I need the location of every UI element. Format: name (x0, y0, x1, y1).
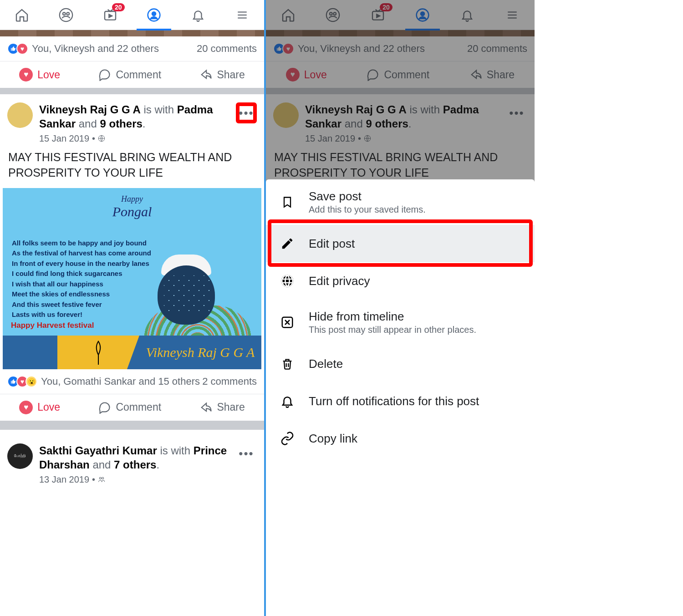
menu-save-sub: Add this to your saved items. (309, 204, 426, 215)
tab-menu[interactable] (229, 6, 255, 24)
share-label: Share (217, 401, 245, 413)
svg-point-2 (66, 12, 69, 15)
menu-edit-title: Edit post (309, 237, 355, 251)
menu-hide-timeline[interactable]: Hide from timeline This post may still a… (266, 300, 535, 345)
prev-comments-count[interactable]: 20 comments (197, 43, 257, 55)
love-icon: ♥ (16, 43, 28, 55)
tab-notifications[interactable] (185, 6, 211, 24)
menu-copy-title: Copy link (309, 432, 357, 446)
post1-actions: ♥ Love Comment Share (0, 394, 264, 421)
svg-point-0 (60, 8, 72, 21)
left-screenshot: 20 ♥ You, Vikneysh and 22 (0, 0, 266, 616)
globe-icon (279, 272, 296, 290)
post-options-sheet: Save post Add this to your saved items. … (266, 179, 535, 616)
post1-comment-count[interactable]: 2 comments (202, 376, 257, 387)
trash-icon (279, 355, 296, 372)
post1-reactions[interactable]: ♥ 😮 You, Gomathi Sankar and 15 others 2 … (0, 369, 264, 394)
tab-groups[interactable] (53, 6, 79, 24)
x-box-icon (279, 314, 296, 331)
share-icon (199, 68, 212, 81)
heart-icon: ♥ (19, 68, 33, 81)
pongal-pot (152, 243, 220, 325)
link-icon (279, 430, 296, 447)
watch-badge: 20 (112, 3, 125, 11)
bell-icon (279, 392, 296, 410)
right-screenshot: 20 ♥ You, Vikneysh and 22 others 20 comm… (266, 0, 535, 616)
menu-save-title: Save post (309, 189, 426, 204)
post1-date: 15 Jan 2019 (39, 132, 89, 144)
tab-watch[interactable]: 20 (97, 6, 123, 24)
pen-logo (57, 336, 139, 369)
share-button[interactable]: Share (199, 401, 245, 414)
image-title-small: Happy (3, 194, 261, 204)
prev-post-reactions[interactable]: ♥ You, Vikneysh and 22 others 20 comment… (0, 36, 264, 61)
image-title: Pongal (3, 204, 261, 219)
top-tabbar: 20 (0, 0, 264, 30)
post1-header: Vikneysh Raj G G A is with Padma Sankar … (0, 94, 264, 147)
comment-label: Comment (116, 69, 161, 81)
globe-icon (98, 135, 105, 142)
image-poem: All folks seem to be happy and joy bound… (12, 238, 158, 320)
comment-icon (98, 401, 111, 414)
share-button[interactable]: Share (199, 68, 245, 81)
pencil-icon (279, 235, 296, 252)
image-strip (0, 30, 264, 36)
post1-author-line[interactable]: Vikneysh Raj G G A is with Padma Sankar … (39, 102, 229, 131)
menu-turn-off-notifications[interactable]: Turn off notifications for this post (266, 382, 535, 420)
post2-avatar[interactable]: போற்றி (7, 443, 33, 469)
menu-edit-post[interactable]: Edit post (266, 225, 535, 262)
share-icon (199, 401, 212, 414)
love-button[interactable]: ♥ Love (19, 401, 60, 414)
menu-delete-title: Delete (309, 357, 343, 371)
menu-hide-sub: This post may still appear in other plac… (309, 325, 476, 335)
post1-more-button[interactable]: ••• (236, 102, 257, 123)
menu-copy-link[interactable]: Copy link (266, 420, 535, 457)
wow-icon: 😮 (25, 376, 37, 387)
menu-edit-privacy[interactable]: Edit privacy (266, 262, 535, 300)
menu-save-post[interactable]: Save post Add this to your saved items. (266, 179, 535, 225)
comment-button[interactable]: Comment (98, 401, 161, 414)
svg-point-5 (152, 12, 156, 15)
image-signature: Vikneysh Raj G G A (139, 336, 261, 369)
menu-delete-post[interactable]: Delete (266, 345, 535, 382)
post2-author-line[interactable]: Sakthi Gayathri Kumar is with Prince Dha… (39, 443, 229, 472)
post1-avatar[interactable] (7, 102, 33, 128)
image-harvest-line: Happy Harvest festival (11, 321, 94, 330)
bookmark-icon (279, 193, 296, 211)
prev-reactors: You, Vikneysh and 22 others (32, 43, 159, 55)
share-label: Share (217, 69, 245, 81)
friends-icon (98, 476, 105, 483)
post2-header: போற்றி Sakthi Gayathri Kumar is with Pri… (0, 435, 264, 488)
svg-point-11 (99, 478, 101, 479)
comment-icon (98, 68, 111, 81)
tab-profile[interactable] (141, 6, 167, 24)
svg-point-12 (102, 478, 104, 479)
menu-hide-title: Hide from timeline (309, 310, 476, 324)
post1-image[interactable]: Happy Pongal All folks seem to be happy … (3, 188, 261, 369)
post1-reactors: You, Gomathi Sankar and 15 others (41, 376, 200, 387)
post2-more-button[interactable]: ••• (236, 443, 257, 464)
post1-body: MAY THIS FESTIVAL BRING WEALTH AND PROSP… (0, 147, 264, 186)
prev-post-actions: ♥ Love Comment Share (0, 61, 264, 88)
menu-privacy-title: Edit privacy (309, 274, 370, 288)
svg-point-1 (63, 12, 66, 15)
comment-label: Comment (116, 401, 161, 413)
menu-notif-title: Turn off notifications for this post (309, 394, 479, 408)
comment-button[interactable]: Comment (98, 68, 161, 81)
love-label: Love (37, 69, 60, 81)
tab-home[interactable] (9, 6, 35, 24)
post2-date: 13 Jan 2019 (39, 473, 89, 485)
heart-icon: ♥ (19, 401, 33, 414)
love-button[interactable]: ♥ Love (19, 68, 60, 81)
love-label: Love (37, 401, 60, 413)
